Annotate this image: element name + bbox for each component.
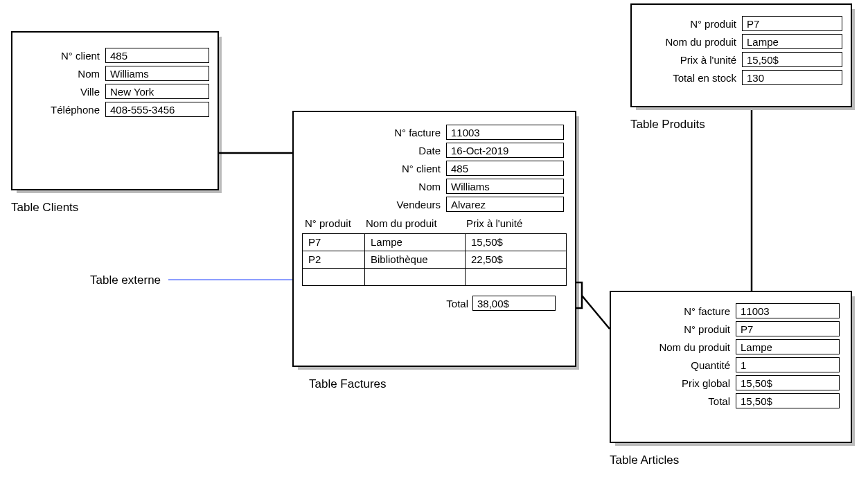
portal-cell[interactable]: Bibliothèque [365, 251, 466, 268]
portal-cell[interactable] [466, 269, 556, 285]
label-num-facture: N° facture [302, 127, 441, 138]
label-date: Date [302, 145, 441, 156]
label-num-client: N° client [21, 50, 100, 62]
label-qte: Quantité [619, 359, 730, 371]
portal-cell[interactable]: P2 [303, 251, 365, 268]
value-num-produit[interactable]: P7 [742, 16, 842, 31]
portal-table: P7 Lampe 15,50$ P2 Bibliothèque 22,50$ [302, 233, 567, 286]
label-art-produit: N° produit [619, 323, 730, 335]
label-total-facture: Total [446, 298, 468, 309]
value-facture-client[interactable]: 485 [446, 161, 564, 176]
portal-header-row: N° produit Nom du produit Prix à l'unité [302, 217, 567, 229]
portal-header-c2: Nom du produit [366, 217, 466, 229]
value-nom-client[interactable]: Williams [105, 66, 209, 81]
label-art-facture: N° facture [619, 305, 730, 317]
label-num-produit: N° produit [640, 18, 736, 30]
caption-produits: Table Produits [630, 118, 705, 132]
label-tel: Téléphone [21, 104, 100, 116]
label-table-externe: Table externe [90, 273, 161, 287]
label-ville: Ville [21, 86, 100, 98]
portal-cell[interactable] [303, 269, 365, 285]
value-prix-unite[interactable]: 15,50$ [742, 52, 842, 67]
label-art-total: Total [619, 395, 730, 407]
label-nom-client: Nom [21, 68, 100, 80]
label-vendeurs: Vendeurs [302, 199, 441, 210]
value-ville[interactable]: New York [105, 84, 209, 99]
label-prix-unite: Prix à l'unité [640, 54, 736, 66]
value-art-produit[interactable]: P7 [736, 321, 840, 336]
portal-cell[interactable]: Lampe [365, 234, 466, 251]
value-stock[interactable]: 130 [742, 70, 842, 85]
label-nom-produit: Nom du produit [640, 36, 736, 48]
value-prix-global[interactable]: 15,50$ [736, 375, 840, 390]
value-num-client[interactable]: 485 [105, 48, 209, 63]
value-vendeurs[interactable]: Alvarez [446, 197, 564, 212]
value-art-facture[interactable]: 11003 [736, 303, 840, 318]
portal-cell[interactable] [365, 269, 466, 285]
label-art-nom: Nom du produit [619, 341, 730, 353]
label-stock: Total en stock [640, 72, 736, 84]
panel-produits: N° produit P7 Nom du produit Lampe Prix … [630, 3, 852, 107]
caption-articles: Table Articles [610, 453, 679, 467]
caption-clients: Table Clients [11, 201, 78, 215]
value-date[interactable]: 16-Oct-2019 [446, 143, 564, 158]
portal-header-c1: N° produit [302, 217, 366, 229]
portal-cell[interactable]: P7 [303, 234, 365, 251]
panel-articles: N° facture 11003 N° produit P7 Nom du pr… [610, 291, 852, 443]
portal-cell[interactable]: 15,50$ [466, 234, 556, 251]
value-num-facture[interactable]: 11003 [446, 125, 564, 140]
label-facture-client: N° client [302, 163, 441, 174]
portal-cell[interactable]: 22,50$ [466, 251, 556, 268]
value-art-total[interactable]: 15,50$ [736, 393, 840, 408]
value-qte[interactable]: 1 [736, 357, 840, 372]
value-tel[interactable]: 408-555-3456 [105, 102, 209, 117]
label-prix-global: Prix global [619, 377, 730, 389]
portal-header-c3: Prix à l'unité [466, 217, 556, 229]
value-nom-produit[interactable]: Lampe [742, 34, 842, 49]
value-facture-nom[interactable]: Williams [446, 179, 564, 194]
panel-clients: N° client 485 Nom Williams Ville New Yor… [11, 31, 219, 190]
value-art-nom[interactable]: Lampe [736, 339, 840, 354]
label-facture-nom: Nom [302, 181, 441, 192]
svg-line-2 [582, 296, 610, 329]
panel-factures: N° facture 11003 Date 16-Oct-2019 N° cli… [292, 111, 576, 367]
value-total-facture[interactable]: 38,00$ [472, 296, 556, 311]
caption-factures: Table Factures [309, 377, 387, 391]
